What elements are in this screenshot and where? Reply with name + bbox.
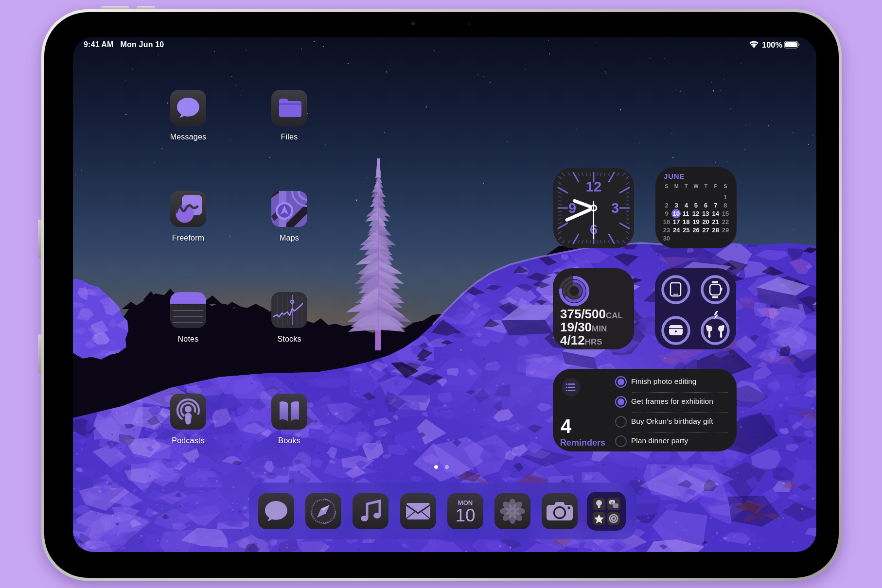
- svg-text:A: A: [611, 501, 614, 505]
- svg-text:100%: 100%: [762, 40, 783, 49]
- svg-text:3: 3: [611, 200, 619, 216]
- svg-text:10: 10: [455, 505, 475, 525]
- svg-text:12: 12: [586, 179, 601, 194]
